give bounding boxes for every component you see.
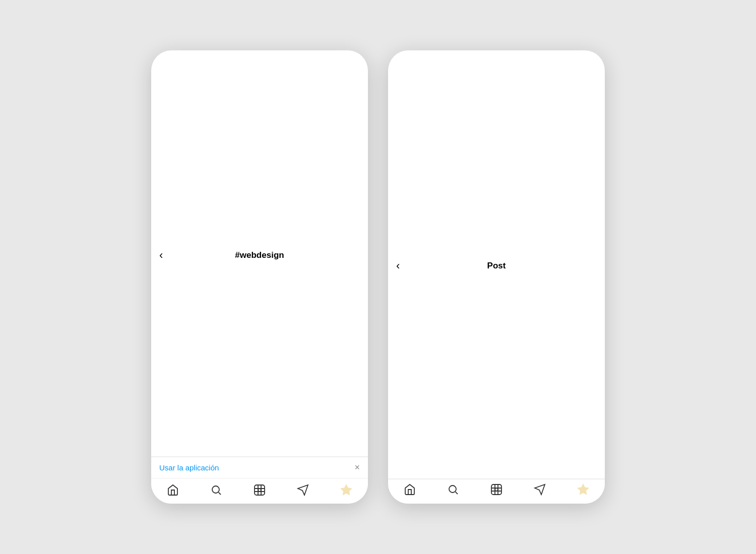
svg-marker-31: [298, 485, 308, 495]
messages-nav-button-right[interactable]: [534, 483, 546, 498]
use-app-banner: Usar la aplicación ×: [151, 457, 368, 478]
bottom-navigation-right: [388, 479, 605, 504]
home-nav-button-right[interactable]: [404, 483, 416, 498]
use-app-text[interactable]: Usar la aplicación: [159, 463, 219, 472]
svg-point-91: [449, 486, 456, 493]
svg-marker-99: [535, 484, 545, 495]
home-nav-button[interactable]: [163, 482, 183, 498]
left-phone: ‹ #webdesign Understanding flows that le…: [151, 50, 368, 504]
profile-nav-button-right[interactable]: [577, 483, 589, 498]
hashtag-header: ‹ #webdesign: [151, 50, 368, 457]
back-button-right[interactable]: ‹: [396, 259, 400, 272]
svg-line-24: [219, 493, 221, 495]
post-page-title: Post: [487, 261, 506, 271]
svg-point-23: [212, 486, 219, 493]
svg-marker-32: [341, 485, 351, 495]
right-phone: ‹ Post R rondesignlab • Follow Los Angel…: [388, 50, 605, 504]
svg-marker-100: [578, 484, 588, 494]
svg-line-92: [456, 492, 458, 494]
svg-point-94: [495, 488, 498, 491]
reels-nav-button-right[interactable]: [490, 483, 502, 498]
svg-point-26: [258, 489, 261, 492]
svg-rect-25: [255, 485, 265, 495]
svg-rect-93: [491, 484, 501, 495]
back-button[interactable]: ‹: [159, 249, 163, 262]
bottom-navigation: [151, 478, 368, 504]
page-title: #webdesign: [235, 250, 284, 260]
search-nav-button-right[interactable]: [447, 483, 459, 498]
search-nav-button[interactable]: [206, 482, 226, 498]
profile-nav-button[interactable]: [336, 482, 356, 498]
messages-nav-button[interactable]: [293, 482, 313, 498]
post-header: ‹ Post: [388, 50, 605, 479]
close-banner-button[interactable]: ×: [354, 462, 360, 473]
reels-nav-button[interactable]: [249, 482, 270, 498]
